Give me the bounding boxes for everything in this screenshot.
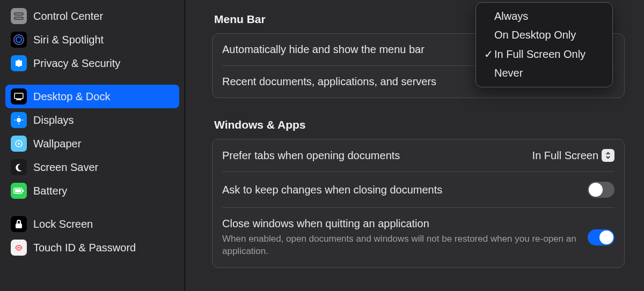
sidebar-item-label: Displays — [33, 114, 74, 126]
sidebar-item-label: Wallpaper — [33, 138, 81, 150]
row-ask-keep-changes: Ask to keep changes when closing documen… — [222, 171, 614, 207]
displays-icon — [11, 112, 27, 128]
toggle-close-windows-quit[interactable] — [588, 229, 614, 245]
sidebar-item-siri-spotlight[interactable]: Siri & Spotlight — [5, 28, 179, 51]
row-sublabel: When enabled, open documents and windows… — [222, 233, 588, 258]
svg-rect-5 — [14, 93, 23, 99]
svg-point-4 — [16, 60, 22, 66]
svg-point-7 — [17, 118, 21, 122]
panel-windows-apps: Prefer tabs when opening documents In Fu… — [212, 139, 625, 268]
sidebar-item-screen-saver[interactable]: Screen Saver — [5, 155, 179, 179]
dropdown-option-desktop-only[interactable]: On Desktop Only — [476, 26, 612, 44]
toggle-knob — [589, 183, 603, 197]
svg-rect-6 — [16, 99, 21, 100]
sidebar-item-label: Screen Saver — [33, 161, 98, 174]
row-close-windows-quit: Close windows when quitting an applicati… — [222, 207, 614, 267]
svg-rect-16 — [15, 189, 21, 192]
sidebar-item-privacy-security[interactable]: Privacy & Security — [5, 51, 179, 75]
sidebar-item-lock-screen[interactable]: Lock Screen — [5, 212, 179, 236]
select-prefer-tabs[interactable]: In Full Screen — [532, 149, 614, 162]
svg-rect-1 — [14, 17, 23, 19]
battery-icon — [11, 183, 27, 199]
dropdown-option-always[interactable]: Always — [476, 7, 612, 26]
svg-rect-15 — [23, 190, 24, 192]
sidebar-item-desktop-dock[interactable]: Desktop & Dock — [5, 85, 179, 108]
dropdown-option-label: In Full Screen Only — [494, 48, 586, 61]
sidebar-item-label: Lock Screen — [33, 218, 93, 230]
sidebar-item-wallpaper[interactable]: Wallpaper — [5, 132, 179, 155]
row-label: Close windows when quitting an applicati… — [222, 218, 588, 230]
svg-rect-0 — [14, 13, 23, 15]
toggle-ask-keep-changes[interactable] — [588, 182, 614, 198]
control-center-icon — [11, 8, 27, 24]
desktop-dock-icon — [11, 88, 27, 105]
main-content: Menu Bar Automatically hide and show the… — [185, 0, 644, 291]
svg-point-2 — [14, 35, 24, 44]
toggle-knob — [599, 230, 613, 244]
svg-rect-17 — [16, 223, 22, 228]
sidebar-item-label: Privacy & Security — [33, 57, 120, 70]
row-prefer-tabs: Prefer tabs when opening documents In Fu… — [222, 139, 614, 171]
dropdown-option-label: Never — [494, 67, 523, 79]
wallpaper-icon — [11, 136, 27, 152]
select-value: In Full Screen — [532, 150, 598, 162]
lock-screen-icon — [11, 216, 27, 232]
dropdown-option-label: On Desktop Only — [494, 29, 576, 41]
sidebar: Control Center Siri & Spotlight Privacy … — [0, 0, 185, 291]
sidebar-item-label: Control Center — [33, 10, 103, 23]
privacy-icon — [11, 55, 27, 71]
sidebar-item-touchid-password[interactable]: Touch ID & Password — [5, 236, 179, 259]
sidebar-item-control-center[interactable]: Control Center — [5, 4, 179, 28]
dropdown-option-label: Always — [494, 10, 528, 23]
sidebar-item-label: Siri & Spotlight — [33, 34, 104, 46]
row-label: Prefer tabs when opening documents — [222, 150, 532, 162]
row-label: Ask to keep changes when closing documen… — [222, 184, 588, 196]
svg-point-13 — [18, 143, 20, 145]
section-title-windows-apps: Windows & Apps — [214, 118, 625, 131]
siri-icon — [11, 32, 27, 48]
sidebar-item-label: Touch ID & Password — [33, 242, 136, 254]
dropdown-option-fullscreen-only[interactable]: ✓ In Full Screen Only — [476, 44, 612, 64]
sidebar-item-label: Desktop & Dock — [33, 91, 110, 103]
sidebar-item-battery[interactable]: Battery — [5, 179, 179, 203]
touchid-icon — [11, 240, 27, 256]
sidebar-item-label: Battery — [33, 185, 67, 197]
sidebar-item-displays[interactable]: Displays — [5, 108, 179, 132]
dropdown-auto-hide-menubar: Always On Desktop Only ✓ In Full Screen … — [475, 2, 613, 87]
svg-point-3 — [16, 37, 21, 42]
check-icon: ✓ — [482, 48, 494, 61]
screen-saver-icon — [11, 159, 27, 175]
updown-icon — [602, 149, 614, 162]
dropdown-option-never[interactable]: Never — [476, 64, 612, 83]
